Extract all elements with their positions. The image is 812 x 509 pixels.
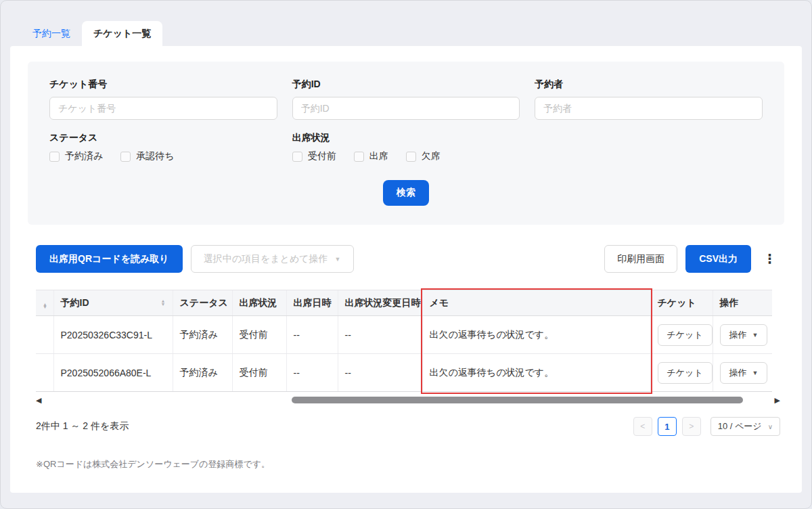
scroll-left-icon[interactable]: ◀ (36, 397, 41, 404)
checkbox-pending-approval[interactable]: 承認待ち (120, 150, 174, 162)
tab-bar: 予約一覧 チケット一覧 (21, 21, 162, 46)
pagination-row: 2件中 1 ～ 2 件を表示 < 1 > 10 / ページ ∨ (36, 417, 780, 436)
checkbox-absent[interactable]: 欠席 (406, 150, 441, 162)
row-attendance: 受付前 (232, 354, 286, 392)
row-attended-at: -- (286, 316, 338, 354)
header-select-column: ▲▼ (36, 290, 53, 316)
header-reservation-id[interactable]: 予約ID ▲▼ (53, 290, 173, 316)
page-size-value: 10 / ページ (718, 420, 762, 433)
search-panel: チケット番号 予約ID 予約者 ステータス 予約済み (28, 62, 784, 225)
header-attendance: 出席状況 (232, 290, 286, 316)
bulk-action-dropdown-button[interactable]: 選択中の項目をまとめて操作 ▼ (191, 245, 354, 273)
checkbox-pending-approval-label: 承認待ち (136, 150, 174, 162)
reserver-label: 予約者 (535, 79, 763, 91)
sort-icon[interactable]: ▲▼ (43, 303, 47, 309)
action-dropdown-button[interactable]: 操作 ▼ (720, 324, 768, 346)
table-row: P20250326C33C91-L 予約済み 受付前 -- -- 出欠の返事待ち… (36, 316, 772, 354)
print-view-button[interactable]: 印刷用画面 (604, 245, 677, 273)
ticket-number-label: チケット番号 (49, 79, 277, 91)
status-group-label: ステータス (49, 132, 277, 144)
app-window: 予約一覧 チケット一覧 チケット番号 予約ID 予約者 ステータス (0, 0, 812, 509)
attendance-group-label: 出席状況 (292, 132, 520, 144)
checkbox-absent-box[interactable] (406, 152, 416, 162)
checkbox-before-reception-box[interactable] (292, 152, 302, 162)
checkbox-before-reception[interactable]: 受付前 (292, 150, 336, 162)
row-reservation-id: P20250326C33C91-L (53, 316, 173, 354)
bulk-action-label: 選択中の項目をまとめて操作 (204, 253, 328, 265)
row-select-cell (36, 354, 53, 392)
attendance-checkbox-group: 出席状況 受付前 出席 欠席 (292, 132, 520, 162)
row-attendance-changed-at: -- (338, 316, 422, 354)
checkbox-attended[interactable]: 出席 (354, 150, 388, 162)
reserver-field-group: 予約者 (535, 79, 763, 120)
qr-read-button[interactable]: 出席用QRコードを読み取り (36, 245, 183, 273)
kebab-menu-icon[interactable]: ⋮ (759, 252, 780, 265)
row-status: 予約済み (173, 316, 232, 354)
chevron-down-icon: ∨ (768, 423, 773, 430)
ticket-button[interactable]: チケット (658, 324, 713, 346)
reservation-id-input[interactable] (292, 97, 520, 120)
page-size-select[interactable]: 10 / ページ ∨ (710, 417, 780, 436)
status-checkbox-group: ステータス 予約済み 承認待ち (49, 132, 277, 162)
pagination-controls: < 1 > 10 / ページ ∨ (633, 417, 780, 436)
tab-reservation-list[interactable]: 予約一覧 (21, 21, 82, 46)
header-status[interactable]: ステータス ▲▼ (173, 290, 232, 316)
caret-down-icon: ▼ (335, 256, 341, 263)
row-attendance-changed-at: -- (338, 354, 422, 392)
scrollbar-track[interactable] (43, 397, 772, 403)
checkbox-attended-label: 出席 (369, 150, 388, 162)
header-ticket: チケット (650, 290, 713, 316)
table-horizontal-scrollbar: ◀ ▶ (36, 395, 780, 405)
ticket-number-input[interactable] (49, 97, 277, 120)
reservation-id-field-group: 予約ID (292, 79, 520, 120)
row-select-cell (36, 316, 53, 354)
reserver-input[interactable] (535, 97, 763, 120)
row-attended-at: -- (286, 354, 338, 392)
ticket-table: ▲▼ 予約ID ▲▼ (36, 290, 772, 392)
ticket-button[interactable]: チケット (658, 362, 713, 384)
tab-ticket-list[interactable]: チケット一覧 (82, 21, 162, 46)
search-button[interactable]: 検索 (383, 180, 429, 206)
row-status: 予約済み (173, 354, 232, 392)
table-toolbar: 出席用QRコードを読み取り 選択中の項目をまとめて操作 ▼ 印刷用画面 CSV出… (36, 245, 780, 273)
csv-export-button[interactable]: CSV出力 (685, 245, 751, 273)
scroll-right-icon[interactable]: ▶ (775, 397, 780, 404)
checkbox-reserved-box[interactable] (49, 152, 60, 162)
checkbox-before-reception-label: 受付前 (308, 150, 336, 162)
caret-down-icon: ▼ (752, 370, 759, 376)
reservation-id-label: 予約ID (292, 79, 520, 91)
row-reservation-id: P2025052066A80E-L (53, 354, 173, 392)
caret-down-icon: ▼ (752, 332, 759, 338)
checkbox-pending-approval-box[interactable] (120, 152, 131, 162)
checkbox-reserved[interactable]: 予約済み (49, 150, 103, 162)
header-memo: メモ (422, 290, 650, 316)
sort-icon[interactable]: ▲▼ (161, 300, 166, 306)
action-dropdown-button[interactable]: 操作 ▼ (720, 362, 768, 384)
table-row: P2025052066A80E-L 予約済み 受付前 -- -- 出欠の返事待ち… (36, 354, 772, 392)
row-attendance: 受付前 (232, 316, 286, 354)
header-action: 操作 (713, 290, 772, 316)
checkbox-attended-box[interactable] (354, 152, 364, 162)
checkbox-absent-label: 欠席 (422, 150, 441, 162)
page-1-button[interactable]: 1 (658, 417, 677, 436)
checkbox-reserved-label: 予約済み (65, 150, 103, 162)
result-count-summary: 2件中 1 ～ 2 件を表示 (36, 420, 129, 433)
table-header-row: ▲▼ 予約ID ▲▼ (36, 290, 772, 316)
scrollbar-thumb[interactable] (292, 397, 744, 403)
header-attendance-changed-at: 出席状況変更日時 (338, 290, 422, 316)
ticket-number-field-group: チケット番号 (49, 79, 277, 120)
qr-trademark-note: ※QRコードは株式会社デンソーウェーブの登録商標です。 (36, 458, 780, 470)
row-memo: 出欠の返事待ちの状況です。 (422, 354, 650, 392)
content-card: チケット番号 予約ID 予約者 ステータス 予約済み (10, 46, 802, 493)
row-memo: 出欠の返事待ちの状況です。 (422, 316, 650, 354)
prev-page-button[interactable]: < (633, 417, 652, 436)
ticket-table-zone: ▲▼ 予約ID ▲▼ (36, 290, 780, 392)
header-attended-at: 出席日時 (286, 290, 338, 316)
next-page-button[interactable]: > (682, 417, 701, 436)
